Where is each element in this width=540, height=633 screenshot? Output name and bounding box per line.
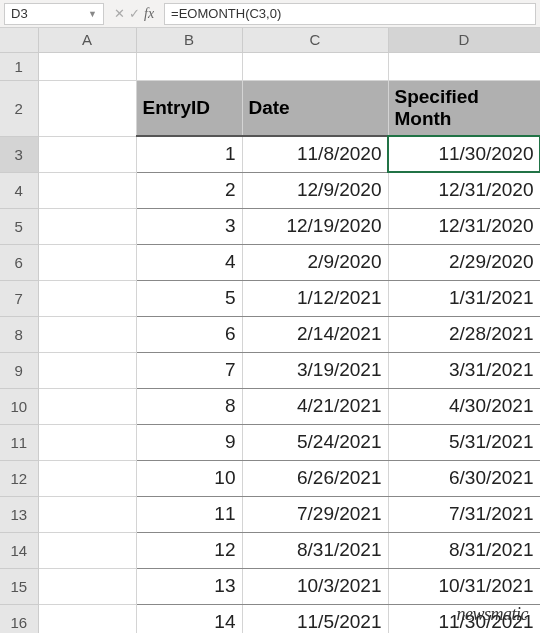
cell-A8[interactable] [38, 316, 136, 352]
row-header-13[interactable]: 13 [0, 496, 38, 532]
fx-icon[interactable]: fx [144, 6, 154, 22]
cell-C4[interactable]: 12/9/2020 [242, 172, 388, 208]
cell-D1[interactable] [388, 52, 540, 80]
cell-C12[interactable]: 6/26/2021 [242, 460, 388, 496]
cell-D2[interactable]: Specified Month [388, 80, 540, 136]
table-row: 5312/19/202012/31/2020 [0, 208, 540, 244]
cell-B14[interactable]: 12 [136, 532, 242, 568]
formula-buttons: ✕ ✓ fx [108, 6, 160, 22]
select-all-corner[interactable] [0, 28, 38, 52]
cell-D13[interactable]: 7/31/2021 [388, 496, 540, 532]
table-row: 3111/8/202011/30/2020 [0, 136, 540, 172]
row-header-3[interactable]: 3 [0, 136, 38, 172]
cell-B4[interactable]: 2 [136, 172, 242, 208]
cell-C6[interactable]: 2/9/2020 [242, 244, 388, 280]
cell-C11[interactable]: 5/24/2021 [242, 424, 388, 460]
cell-C13[interactable]: 7/29/2021 [242, 496, 388, 532]
row-header-6[interactable]: 6 [0, 244, 38, 280]
cell-B3[interactable]: 1 [136, 136, 242, 172]
cell-D5[interactable]: 12/31/2020 [388, 208, 540, 244]
cell-C5[interactable]: 12/19/2020 [242, 208, 388, 244]
col-header-D[interactable]: D [388, 28, 540, 52]
cell-A6[interactable] [38, 244, 136, 280]
chevron-down-icon[interactable]: ▼ [88, 9, 97, 19]
row-header-9[interactable]: 9 [0, 352, 38, 388]
cell-A7[interactable] [38, 280, 136, 316]
cell-A10[interactable] [38, 388, 136, 424]
spreadsheet-grid[interactable]: A B C D 12EntryIDDateSpecified Month3111… [0, 28, 540, 633]
cell-B16[interactable]: 14 [136, 604, 242, 633]
row-header-5[interactable]: 5 [0, 208, 38, 244]
cell-A4[interactable] [38, 172, 136, 208]
cell-A13[interactable] [38, 496, 136, 532]
cell-D12[interactable]: 6/30/2021 [388, 460, 540, 496]
col-header-C[interactable]: C [242, 28, 388, 52]
row-header-4[interactable]: 4 [0, 172, 38, 208]
table-row: 12106/26/20216/30/2021 [0, 460, 540, 496]
cell-A2[interactable] [38, 80, 136, 136]
enter-icon[interactable]: ✓ [129, 6, 140, 21]
row-header-15[interactable]: 15 [0, 568, 38, 604]
cell-C16[interactable]: 11/5/2021 [242, 604, 388, 633]
cell-B15[interactable]: 13 [136, 568, 242, 604]
col-header-B[interactable]: B [136, 28, 242, 52]
row-header-16[interactable]: 16 [0, 604, 38, 633]
table-row: 2EntryIDDateSpecified Month [0, 80, 540, 136]
cell-B10[interactable]: 8 [136, 388, 242, 424]
cell-A14[interactable] [38, 532, 136, 568]
cell-D8[interactable]: 2/28/2021 [388, 316, 540, 352]
cell-B13[interactable]: 11 [136, 496, 242, 532]
table-row: 751/12/20211/31/2021 [0, 280, 540, 316]
row-header-7[interactable]: 7 [0, 280, 38, 316]
cell-C8[interactable]: 2/14/2021 [242, 316, 388, 352]
cell-B6[interactable]: 4 [136, 244, 242, 280]
cell-A1[interactable] [38, 52, 136, 80]
cell-B7[interactable]: 5 [136, 280, 242, 316]
row-header-12[interactable]: 12 [0, 460, 38, 496]
row-header-10[interactable]: 10 [0, 388, 38, 424]
row-header-2[interactable]: 2 [0, 80, 38, 136]
cell-A5[interactable] [38, 208, 136, 244]
cell-C10[interactable]: 4/21/2021 [242, 388, 388, 424]
formula-bar[interactable]: =EOMONTH(C3,0) [164, 3, 536, 25]
cell-A15[interactable] [38, 568, 136, 604]
cell-A9[interactable] [38, 352, 136, 388]
cell-D11[interactable]: 5/31/2021 [388, 424, 540, 460]
name-box[interactable]: D3 ▼ [4, 3, 104, 25]
cell-B11[interactable]: 9 [136, 424, 242, 460]
row-header-11[interactable]: 11 [0, 424, 38, 460]
cell-D4[interactable]: 12/31/2020 [388, 172, 540, 208]
cell-D15[interactable]: 10/31/2021 [388, 568, 540, 604]
cell-C14[interactable]: 8/31/2021 [242, 532, 388, 568]
cell-B9[interactable]: 7 [136, 352, 242, 388]
cell-D7[interactable]: 1/31/2021 [388, 280, 540, 316]
cell-D14[interactable]: 8/31/2021 [388, 532, 540, 568]
cell-C2[interactable]: Date [242, 80, 388, 136]
cell-D9[interactable]: 3/31/2021 [388, 352, 540, 388]
row-header-14[interactable]: 14 [0, 532, 38, 568]
cell-C9[interactable]: 3/19/2021 [242, 352, 388, 388]
table-row: 1 [0, 52, 540, 80]
cell-B1[interactable] [136, 52, 242, 80]
row-header-1[interactable]: 1 [0, 52, 38, 80]
col-header-A[interactable]: A [38, 28, 136, 52]
cell-A3[interactable] [38, 136, 136, 172]
table-row: 4212/9/202012/31/2020 [0, 172, 540, 208]
cell-B5[interactable]: 3 [136, 208, 242, 244]
cell-A16[interactable] [38, 604, 136, 633]
cell-C3[interactable]: 11/8/2020 [242, 136, 388, 172]
cell-C7[interactable]: 1/12/2021 [242, 280, 388, 316]
cell-C1[interactable] [242, 52, 388, 80]
cell-B8[interactable]: 6 [136, 316, 242, 352]
cell-D3[interactable]: 11/30/2020 [388, 136, 540, 172]
cell-D10[interactable]: 4/30/2021 [388, 388, 540, 424]
cell-B12[interactable]: 10 [136, 460, 242, 496]
row-header-8[interactable]: 8 [0, 316, 38, 352]
cell-C15[interactable]: 10/3/2021 [242, 568, 388, 604]
cancel-icon[interactable]: ✕ [114, 6, 125, 21]
cell-A11[interactable] [38, 424, 136, 460]
formula-toolbar: D3 ▼ ✕ ✓ fx =EOMONTH(C3,0) [0, 0, 540, 28]
cell-A12[interactable] [38, 460, 136, 496]
cell-D6[interactable]: 2/29/2020 [388, 244, 540, 280]
cell-B2[interactable]: EntryID [136, 80, 242, 136]
